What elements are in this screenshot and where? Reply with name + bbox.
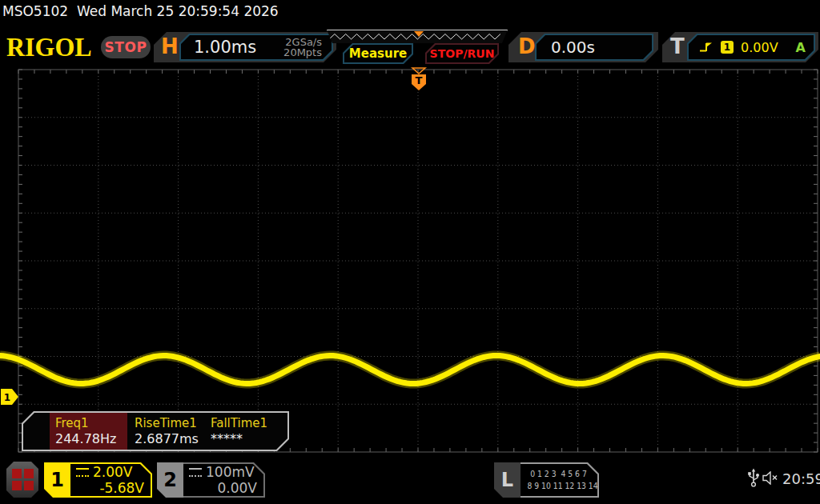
measurement-risetime1[interactable]: RiseTime1 2.6877ms <box>129 413 205 450</box>
measurement-label: FallTime1 <box>211 415 267 431</box>
measurement-value: 2.6877ms <box>135 431 205 447</box>
trigger-sweep-mode: A <box>796 40 806 55</box>
delay-value: 0.00s <box>551 38 595 57</box>
ch1-offset: -5.68V <box>99 480 144 496</box>
ch2-offset: 0.00V <box>218 480 257 496</box>
dc-coupling-icon <box>189 468 202 477</box>
acquisition-status-badge: STOP <box>101 36 151 58</box>
clock: 20:59 <box>782 470 820 487</box>
ch2-number-tab: 2 <box>157 462 183 498</box>
channel1-status-button[interactable]: 2.00V -5.68V 1 <box>44 462 152 498</box>
trigger-box[interactable]: 1 0.00V A <box>687 34 815 61</box>
ch1-number-tab: 1 <box>44 462 70 498</box>
logic-channel-list: 0 1 2 3 4 5 6 7 8 9 10 11 12 13 14 15 <box>521 468 596 492</box>
measurement-value: 244.78Hz <box>55 431 127 447</box>
ch1-scale: 2.00V <box>93 464 132 480</box>
channel2-status-button[interactable]: 100mV 0.00V 2 <box>157 462 265 498</box>
logic-tab: L <box>494 462 521 498</box>
measurement-panel[interactable]: Freq1 244.78Hz RiseTime1 2.6877ms FallTi… <box>22 411 289 451</box>
measurement-falltime1[interactable]: FallTime1 ***** <box>205 413 267 450</box>
speaker-muted-icon <box>762 471 782 485</box>
ch1-offset-marker[interactable]: 1 <box>1 389 18 405</box>
svg-text:T: T <box>416 74 423 86</box>
ch1-number: 1 <box>50 469 64 491</box>
measure-button[interactable]: Measure <box>343 43 413 64</box>
strip-position-marker[interactable] <box>414 31 424 37</box>
ch2-number: 2 <box>163 469 177 491</box>
horizontal-label: H <box>161 36 179 57</box>
trigger-source-badge: 1 <box>721 41 734 54</box>
logic-channels-button[interactable]: 0 1 2 3 4 5 6 7 8 9 10 11 12 13 14 15 L <box>494 462 599 498</box>
timebase-box[interactable]: 1.00ms 2GSa/s 20Mpts <box>179 34 333 61</box>
delay-label: D <box>518 36 536 57</box>
stop-run-button[interactable]: STOP/RUN <box>425 43 499 64</box>
trigger-label: T <box>670 36 685 57</box>
usb-icon <box>747 468 760 487</box>
logic-row-1: 0 1 2 3 4 5 6 7 <box>527 468 589 480</box>
waveform-preview-strip[interactable] <box>327 30 508 43</box>
acquisition-rates: 2GSa/s 20Mpts <box>283 37 322 58</box>
measurement-label: Freq1 <box>55 415 127 431</box>
stop-run-button-label: STOP/RUN <box>427 47 497 60</box>
rising-edge-trigger-icon <box>698 42 713 53</box>
rigol-logo: RIGOL <box>6 31 92 62</box>
svg-text:1: 1 <box>4 392 10 403</box>
measurement-label: RiseTime1 <box>135 415 205 431</box>
measure-button-label: Measure <box>344 46 412 61</box>
logic-row-2: 8 9 10 11 12 13 14 15 <box>527 480 589 492</box>
delay-box[interactable]: 0.00s <box>535 34 653 61</box>
measurement-freq1[interactable]: Freq1 244.78Hz <box>50 413 127 450</box>
timebase-value: 1.00ms <box>194 38 256 57</box>
four-squares-menu-icon[interactable] <box>6 462 38 498</box>
oscilloscope-screen: T1 MSO5102 Wed March 25 20:59:54 2026 RI… <box>0 0 820 504</box>
dc-coupling-icon <box>76 468 89 477</box>
logic-label: L <box>501 469 513 491</box>
measurement-value: ***** <box>211 431 267 447</box>
memory-depth: 20Mpts <box>283 47 322 58</box>
trigger-position-marker[interactable]: T <box>412 68 426 90</box>
ch2-scale: 100mV <box>206 464 255 480</box>
memory-waveform-zigzag <box>329 34 500 40</box>
trigger-level-value: 0.00V <box>741 40 778 55</box>
